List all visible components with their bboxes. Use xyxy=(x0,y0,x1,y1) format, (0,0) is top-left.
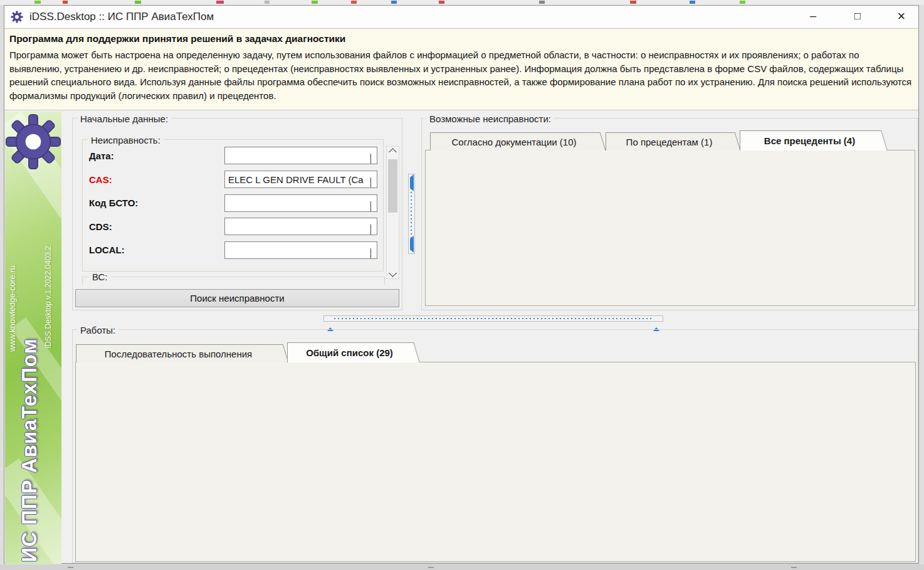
chevron-down-icon xyxy=(370,201,371,212)
search-fault-button[interactable]: Поиск неисправности xyxy=(75,289,399,307)
initial-data-group-label: Начальные данные: xyxy=(77,113,171,124)
brand-sidebar: ИС ППР АвиаТехПом www.knowledge-core.ru … xyxy=(5,112,61,564)
chevron-down-icon xyxy=(370,177,371,188)
chevron-down-icon xyxy=(370,224,371,235)
collapse-up-icon xyxy=(327,317,333,328)
tab-all-precedents[interactable]: Все прецеденты (4) xyxy=(740,130,879,150)
cds-combobox[interactable] xyxy=(224,218,377,235)
horizontal-splitter[interactable] xyxy=(323,315,663,322)
field-label-local: LOCAL: xyxy=(89,245,125,255)
tab-by-precedents[interactable]: По прецедентам (1) xyxy=(606,132,733,150)
intro-heading: Программа для поддержки принятия решений… xyxy=(9,33,912,45)
chevron-down-icon xyxy=(370,154,371,164)
field-label-cas: CAS: xyxy=(89,174,112,185)
intro-panel: Программа для поддержки принятия решений… xyxy=(4,28,918,110)
screen-bottom-strip xyxy=(0,564,924,570)
local-combobox[interactable] xyxy=(224,241,377,259)
app-gear-icon xyxy=(11,11,23,23)
title-bar: iDSS.Desktop :: ИС ППР АвиаТехПом xyxy=(4,6,918,28)
aircraft-subgroup-label: ВС: xyxy=(89,272,111,282)
window-title: iDSS.Desktop :: ИС ППР АвиаТехПом xyxy=(29,11,214,23)
field-label-bsto: Код БСТО: xyxy=(89,198,138,208)
collapse-left-icon xyxy=(410,239,414,250)
brand-website: www.knowledge-core.ru xyxy=(8,265,17,352)
collapse-left-icon xyxy=(410,177,414,189)
date-combobox[interactable] xyxy=(224,147,377,164)
brand-version: iDSS.Desktop v.1.2022.0403.2 xyxy=(44,246,53,348)
minimize-button[interactable]: – xyxy=(799,6,827,26)
vertical-splitter[interactable] xyxy=(408,174,415,254)
bsto-combobox[interactable] xyxy=(224,194,377,212)
fault-subgroup-label: Неисправность: xyxy=(88,135,164,145)
works-group-label: Работы: xyxy=(77,325,118,335)
field-label-date: Дата: xyxy=(89,150,114,161)
scroll-up-icon[interactable] xyxy=(387,147,399,157)
cas-combobox[interactable]: ELEC L GEN DRIVE FAULT (Ca xyxy=(224,171,377,188)
tab-full-list[interactable]: Общий список (29) xyxy=(287,342,412,362)
brand-title: ИС ППР АвиаТехПом xyxy=(18,338,41,562)
field-label-cds: CDS: xyxy=(89,221,112,232)
desktop-peek-strip xyxy=(0,0,924,5)
initial-data-scrollbar[interactable] xyxy=(386,146,399,279)
tab-by-documentation[interactable]: Согласно документации (10) xyxy=(430,132,598,150)
maximize-button[interactable]: □ xyxy=(843,6,872,26)
faults-group-label: Возможные неисправности: xyxy=(426,113,554,124)
intro-body: Программа может быть настроена на опреде… xyxy=(9,48,912,102)
aircraft-subgroup xyxy=(82,277,385,285)
works-tab-panel xyxy=(75,362,916,562)
brand-gear-icon xyxy=(6,113,61,173)
tab-execution-sequence[interactable]: Последовательность выполнения xyxy=(76,344,281,362)
collapse-up-icon xyxy=(653,317,659,328)
scroll-down-icon[interactable] xyxy=(387,268,399,278)
close-button[interactable]: × xyxy=(887,6,916,26)
screen: iDSS.Desktop :: ИС ППР АвиаТехПом – □ × … xyxy=(0,0,924,570)
chevron-down-icon xyxy=(370,248,371,259)
faults-tab-panel xyxy=(425,150,915,306)
scrollbar-thumb[interactable] xyxy=(388,159,397,213)
